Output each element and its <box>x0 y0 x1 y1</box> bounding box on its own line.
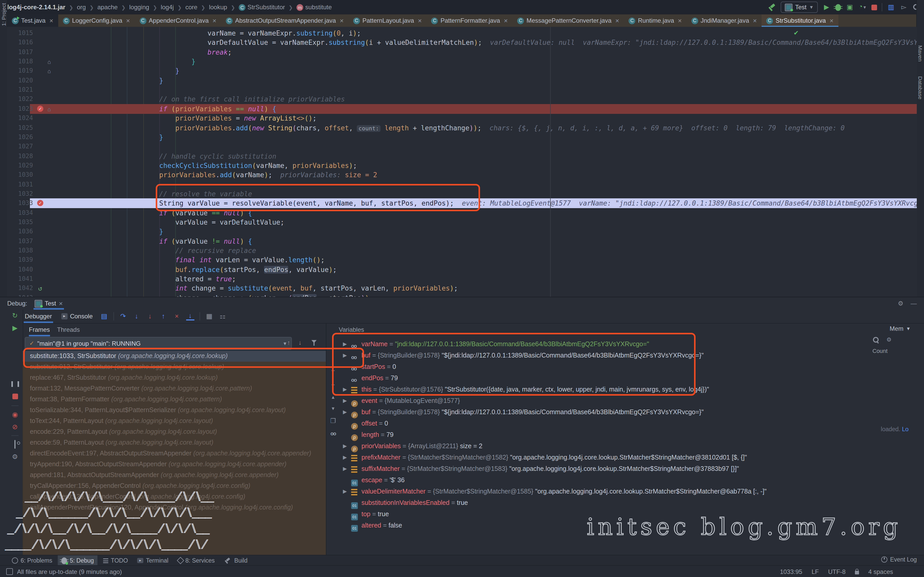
line-number[interactable]: 1040 <box>7 265 33 275</box>
variable-row[interactable]: oostartPos = 0 <box>340 361 917 372</box>
watches-toggle-icon[interactable]: oo <box>331 431 336 436</box>
line-number[interactable]: 1029 <box>7 161 33 171</box>
fold-marker-icon[interactable]: ⌂ <box>47 67 51 76</box>
variable-row[interactable]: plength = 79 <box>340 429 917 440</box>
breadcrumb-item[interactable]: core <box>185 3 197 11</box>
debug-settings-icon[interactable]: ⚙ <box>11 453 19 461</box>
filter-icon[interactable] <box>312 340 317 343</box>
frame-row[interactable]: toText:244, PatternLayout (org.apache.lo… <box>23 416 326 427</box>
event-log-button[interactable]: Event Log <box>881 556 917 562</box>
move-up-icon[interactable]: ▲ <box>331 395 335 400</box>
code-line[interactable]: 1037if (varValue != null) { <box>7 236 917 246</box>
toolwindow-button-build[interactable]: Build <box>220 555 251 566</box>
toolwindow-button-todo[interactable]: TODO <box>100 555 131 566</box>
line-ending[interactable]: LF <box>812 568 819 575</box>
line-number[interactable]: 1034 <box>7 208 33 218</box>
hide-icon[interactable]: — <box>911 300 917 307</box>
line-number[interactable]: 1035 <box>7 218 33 227</box>
line-number[interactable]: 1027 <box>7 142 33 152</box>
frame-row[interactable]: encode:59, PatternLayout (org.apache.log… <box>23 437 326 448</box>
toolstrip-maven[interactable]: Maven <box>917 45 924 61</box>
line-number[interactable]: 1022 <box>7 95 33 104</box>
code-line[interactable]: 1024priorVariables = new ArrayList<>(); <box>7 113 917 123</box>
frame-row[interactable]: toSerializable:344, PatternLayout$Patter… <box>23 405 326 416</box>
tab-debugger[interactable]: Debugger <box>23 309 54 323</box>
editor-tab[interactable]: CAbstractOutputStreamAppender.java✕ <box>221 15 349 27</box>
variable-row[interactable]: 01escape = '$' 36 <box>340 474 917 486</box>
editor-tab[interactable]: CMessagePatternConverter.java✕ <box>512 15 624 27</box>
frame-up-icon[interactable]: ↑ <box>287 339 290 346</box>
expander-icon[interactable]: ▶ <box>343 440 347 452</box>
editor-tab[interactable]: CLoggerConfig.java✕ <box>58 15 135 27</box>
code-line[interactable]: 1036} <box>7 227 917 237</box>
recursive-call-icon[interactable]: ↺ <box>38 284 42 293</box>
build-hammer-icon[interactable] <box>768 3 776 11</box>
line-number[interactable]: 1042 <box>7 284 33 293</box>
debug-button[interactable] <box>835 4 841 11</box>
close-icon[interactable]: ✕ <box>504 18 508 23</box>
layout-icon[interactable]: ▤ <box>100 313 108 320</box>
lock-icon[interactable] <box>855 571 859 574</box>
run-button[interactable]: ▶ <box>822 3 831 11</box>
line-number[interactable]: 1025 <box>7 123 33 133</box>
toolstrip-project[interactable]: 1: Project <box>0 3 7 26</box>
code-line[interactable]: 1041altered = true; <box>7 274 917 284</box>
editor-tab[interactable]: CTest.java✕ <box>7 15 58 27</box>
code-line[interactable]: 1033✓String varValue = resolveVariable(e… <box>7 198 917 208</box>
code-line[interactable]: 1027 <box>7 142 917 152</box>
breadcrumb-item[interactable]: log4j-core-2.14.1.jar <box>7 3 65 11</box>
thread-selector[interactable]: ✓ "main"@1 in group "main": RUNNING ▼ <box>25 337 292 350</box>
code-line[interactable]: 1040buf.replace(startPos, endPos, varVal… <box>7 265 917 275</box>
line-number[interactable]: 1028 <box>7 151 33 161</box>
line-number[interactable]: 1030 <box>7 170 33 180</box>
line-number[interactable]: 1032 <box>7 189 33 199</box>
code-line[interactable]: 1017break; <box>7 47 917 57</box>
editor-tab[interactable]: CJndiManager.java✕ <box>687 15 762 27</box>
code-line[interactable]: 1029checkCyclicSubstitution(varName, pri… <box>7 161 917 171</box>
frame-row[interactable]: format:132, MessagePatternConverter (org… <box>23 383 326 394</box>
gear-icon[interactable]: ⚙ <box>898 300 903 307</box>
variable-row[interactable]: ▶suffixMatcher = {StrMatcher$StringMatch… <box>340 463 917 474</box>
toolwindow-button--services[interactable]: 8: Services <box>174 555 218 566</box>
frame-row[interactable]: substitute:1033, StrSubstitutor (org.apa… <box>23 351 326 362</box>
settings-layout-icon[interactable]: ⚏ <box>219 313 227 320</box>
variable-row[interactable]: ooendPos = 79 <box>340 372 917 384</box>
profiler-button[interactable]: ◔▼ <box>858 3 867 11</box>
line-number[interactable]: 1043 <box>7 293 33 297</box>
frame-row[interactable]: callAppenderPreventRecursion:120, Append… <box>23 502 326 513</box>
panel-icon[interactable]: ❐ <box>330 417 336 424</box>
frame-row[interactable]: encode:229, PatternLayout (org.apache.lo… <box>23 427 326 437</box>
frame-row[interactable]: tryCallAppender:156, AppenderControl (or… <box>23 481 326 492</box>
breakpoint-icon[interactable]: ✓ <box>37 106 43 112</box>
variable-row[interactable]: 01top = true <box>340 508 917 520</box>
code-line[interactable]: 1025priorVariables.add(new String(chars,… <box>7 123 917 133</box>
frame-row[interactable]: callAppender0:129, AppenderControl (org.… <box>23 492 326 502</box>
editor-tab[interactable]: CPatternFormatter.java✕ <box>426 15 513 27</box>
force-step-into-icon[interactable]: ↓ <box>146 313 154 320</box>
fold-marker-icon[interactable]: ⌂ <box>47 57 51 67</box>
thread-dump-icon[interactable] <box>11 440 19 448</box>
variable-row[interactable]: 01altered = false <box>340 520 917 531</box>
fold-marker-icon[interactable]: ⌂ <box>47 105 51 114</box>
run-to-cursor-icon[interactable]: ↓ <box>186 312 194 321</box>
preview-window-icon[interactable]: ▻ <box>900 3 908 11</box>
line-number[interactable]: 1031 <box>7 179 33 189</box>
line-number[interactable]: 1021 <box>7 85 33 95</box>
toolwindow-button-terminal[interactable]: ▸Terminal <box>134 555 172 566</box>
code-line[interactable]: 1026} <box>7 132 917 142</box>
code-line[interactable]: 1034if (varValue == null) { <box>7 208 917 218</box>
editor-tab[interactable]: CAppenderControl.java✕ <box>135 15 221 27</box>
toolwindow-button--problems[interactable]: 6: Problems <box>8 555 56 566</box>
close-icon[interactable]: ✕ <box>418 18 422 23</box>
expander-icon[interactable]: ▶ <box>343 463 347 474</box>
expander-icon[interactable]: ▶ <box>343 338 347 350</box>
evaluate-expression-icon[interactable]: ▦ <box>205 313 213 320</box>
code-line[interactable]: 1021 <box>7 85 917 95</box>
load-link[interactable]: Lo <box>902 426 908 432</box>
code-line[interactable]: 1043change = change + (varLen - (endPos … <box>7 293 917 297</box>
line-number[interactable]: 1023 <box>7 104 33 114</box>
breadcrumb-item[interactable]: log4j <box>161 3 174 11</box>
add-watch-icon[interactable]: ＋ <box>330 366 336 375</box>
variable-row[interactable]: ▶oobuf = {StringBuilder@1578} "${jndi:ld… <box>340 350 917 361</box>
coverage-button[interactable]: ▣ <box>846 3 854 11</box>
